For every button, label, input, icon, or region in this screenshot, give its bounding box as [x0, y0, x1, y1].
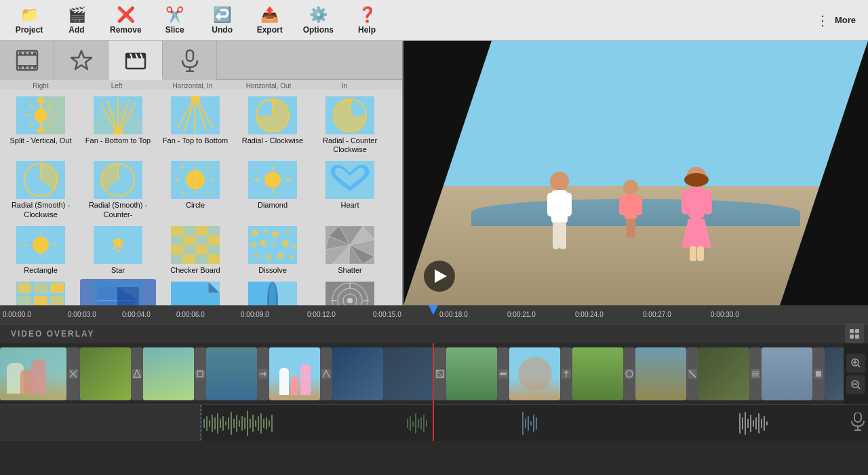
transition-radial-smooth-cw[interactable]: Radial (Smooth) - Clockwise [3, 158, 79, 221]
play-button[interactable] [424, 261, 455, 292]
time-mark-0: 0:00:00.0 [3, 311, 31, 318]
track-zoom-out-icon[interactable] [846, 375, 865, 394]
checker-board-thumb [171, 226, 220, 264]
squares-thumb [16, 282, 65, 305]
flip-thumb [94, 282, 142, 305]
svg-rect-4 [28, 52, 31, 55]
track-transition-10[interactable] [686, 347, 698, 400]
svg-rect-173 [688, 187, 705, 219]
track-clip-11[interactable] [698, 347, 749, 400]
tab-star[interactable] [54, 41, 108, 80]
track-transition-1[interactable] [66, 347, 80, 400]
transition-shatter[interactable]: Shatter [312, 223, 388, 278]
transition-checker-board[interactable]: Checker Board [157, 223, 233, 278]
help-button[interactable]: ❓ Help [343, 3, 391, 37]
transition-split-vertical-out[interactable]: Split - Vertical, Out [3, 94, 79, 157]
svg-rect-240 [258, 416, 259, 431]
svg-point-113 [250, 242, 257, 248]
fan-bottom-top-label: Fan - Bottom to Top [85, 136, 151, 145]
svg-rect-133 [18, 283, 31, 293]
track-clip-5[interactable] [269, 347, 320, 400]
transition-icon-6 [435, 369, 445, 379]
transition-icon-12 [814, 369, 823, 379]
tab-audio[interactable] [163, 41, 217, 80]
track-clip-4[interactable] [206, 347, 257, 400]
transition-radial-counter-clockwise[interactable]: Radial - Counter Clockwise [312, 94, 388, 157]
transition-star[interactable]: Star [80, 223, 156, 278]
track-clip-7[interactable] [446, 347, 497, 400]
svg-rect-174 [682, 190, 690, 214]
svg-rect-251 [420, 417, 422, 430]
track-transition-5[interactable] [320, 347, 332, 400]
undo-button[interactable]: ↩️ Undo [199, 3, 246, 37]
zoom-thumb [326, 282, 374, 305]
track-transition-9[interactable] [623, 347, 635, 400]
track-clip-2[interactable] [80, 347, 131, 400]
add-icon: 🎬 [68, 6, 86, 24]
add-button[interactable]: 🎬 Add [53, 3, 100, 37]
export-label: Export [257, 25, 283, 35]
time-mark-30: 0:00:30.0 [711, 311, 739, 318]
track-clip-3[interactable] [143, 347, 194, 400]
svg-rect-269 [764, 416, 765, 431]
svg-point-119 [265, 254, 272, 261]
time-mark-4: 0:00:04.0 [122, 311, 151, 318]
track-clip-selected[interactable] [383, 347, 434, 400]
audio-mic-button[interactable] [850, 413, 865, 434]
transition-rectangle[interactable]: Rectangle [3, 223, 79, 278]
transition-flip[interactable]: Flip [80, 279, 156, 305]
track-transition-2[interactable] [131, 347, 143, 400]
more-button[interactable]: ⋮ More [809, 10, 863, 31]
svg-rect-220 [203, 419, 205, 428]
track-transition-6[interactable] [434, 347, 446, 400]
tab-filmstrip[interactable] [0, 41, 54, 80]
fan-bottom-top-thumb [94, 96, 142, 134]
track-clip-10[interactable] [635, 347, 686, 400]
transition-roll[interactable]: Roll [235, 279, 311, 305]
svg-rect-267 [758, 413, 760, 434]
transition-radial-smooth-ccw[interactable]: Radial (Smooth) - Counter- [80, 158, 156, 221]
track-transition-12[interactable] [812, 347, 825, 400]
transition-circle[interactable]: Circle [157, 158, 233, 221]
options-button[interactable]: ⚙️ Options [294, 3, 343, 37]
track-transition-8[interactable] [560, 347, 572, 400]
transition-dissolve[interactable]: Dissolve [235, 223, 311, 278]
svg-point-120 [278, 253, 283, 259]
track-zoom-in-icon[interactable] [846, 354, 865, 373]
transition-heart[interactable]: Heart [312, 158, 388, 221]
transition-diamond[interactable]: Diamond [235, 158, 311, 221]
track-clip-1[interactable] [0, 347, 66, 400]
track-right-controls [844, 343, 868, 404]
svg-rect-262 [745, 412, 746, 435]
video-preview [403, 41, 868, 305]
track-transition-4[interactable] [257, 347, 269, 400]
svg-rect-98 [195, 235, 208, 245]
transition-squares[interactable]: Squares [3, 279, 79, 305]
transition-zoom[interactable]: Zoom [312, 279, 388, 305]
transition-fan-bottom-top[interactable]: Fan - Bottom to Top [80, 94, 156, 157]
transition-page-curl[interactable]: Page Curl [157, 279, 233, 305]
transition-icon-7 [498, 369, 508, 379]
track-transition-11[interactable] [749, 347, 762, 400]
project-icon: 📁 [20, 6, 39, 24]
transition-radial-clockwise[interactable]: Radial - Clockwise [235, 94, 311, 157]
slice-button[interactable]: ✂️ Slice [151, 3, 199, 37]
track-clip-12[interactable] [762, 347, 812, 400]
svg-rect-237 [250, 419, 251, 428]
svg-rect-210 [816, 371, 821, 377]
timeline-grid-icon[interactable] [845, 324, 864, 343]
project-button[interactable]: 📁 Project [5, 3, 53, 37]
track-clip-8[interactable] [509, 347, 560, 400]
track-clip-6[interactable] [332, 347, 383, 400]
playhead-triangle[interactable] [429, 305, 438, 315]
tab-transitions[interactable] [108, 41, 163, 80]
add-label: Add [68, 25, 84, 35]
export-button[interactable]: 📤 Export [246, 3, 294, 37]
transition-fan-top-bottom[interactable]: Fan - Top to Bottom [157, 94, 233, 157]
svg-rect-180 [850, 335, 854, 339]
track-transition-3[interactable] [194, 347, 206, 400]
track-transition-7[interactable] [497, 347, 509, 400]
track-clip-9[interactable] [572, 347, 623, 400]
svg-rect-230 [231, 412, 232, 435]
remove-button[interactable]: ❌ Remove [100, 3, 151, 37]
